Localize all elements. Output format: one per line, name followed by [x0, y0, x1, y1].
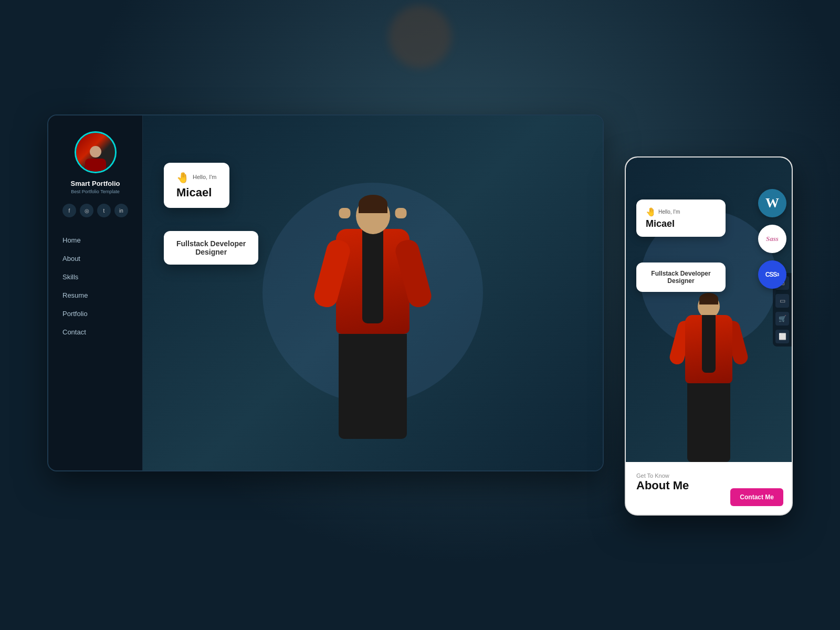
person-body	[310, 197, 436, 470]
sidebar: Smart Portfolio Best Portfolio Template …	[48, 116, 143, 470]
mobile-wave-icon: 🤚	[646, 207, 656, 217]
person-torso	[336, 229, 410, 334]
hello-greeting: Hello, I'm	[193, 174, 217, 180]
brand-tagline: Best Portfolio Template	[71, 189, 119, 194]
arm-right	[393, 237, 434, 309]
css3-icon: CSS 3	[758, 260, 786, 289]
hand-left	[339, 208, 351, 218]
social-instagram[interactable]: ◎	[80, 204, 93, 217]
avatar-head	[90, 146, 101, 158]
role-card: Fullstack Developer Designer	[164, 231, 258, 265]
cart-icon[interactable]: 🛒	[775, 312, 789, 326]
mobile-mockup: 🤚 Hello, I'm Micael Fullstack Developer …	[625, 156, 793, 516]
main-wrapper: Smart Portfolio Best Portfolio Template …	[47, 114, 793, 516]
monitor-icon[interactable]: ⬜	[775, 330, 789, 343]
mobile-bottom-section: Get To Know About Me Contact Me	[626, 462, 792, 514]
contact-me-button[interactable]: Contact Me	[730, 488, 783, 506]
nav-contact[interactable]: Contact	[56, 324, 134, 340]
sass-icon: Sass	[758, 225, 786, 253]
mobile-role: Fullstack Developer Designer	[646, 270, 716, 285]
mobile-hello-card: 🤚 Hello, I'm Micael	[636, 200, 726, 237]
nav-about[interactable]: About	[56, 250, 134, 267]
nav-home[interactable]: Home	[56, 232, 134, 248]
social-facebook[interactable]: f	[62, 204, 76, 217]
avatar-body	[85, 159, 106, 172]
avatar-person	[85, 146, 106, 172]
social-links: f ◎ t in	[62, 204, 128, 217]
navigation: Home About Skills Resume Portfolio Conta…	[56, 232, 134, 340]
person-pants	[339, 334, 407, 439]
mobile-role-card: Fullstack Developer Designer	[636, 262, 726, 292]
wordpress-icon: W	[758, 189, 786, 217]
tablet-view-icon[interactable]: ▭	[775, 294, 789, 308]
get-to-know-label: Get To Know	[636, 472, 781, 479]
desktop-content: 🤚 Hello, I'm Micael Fullstack Developer …	[143, 116, 603, 470]
mobile-name: Micael	[646, 218, 716, 229]
nav-resume[interactable]: Resume	[56, 287, 134, 303]
brand-name: Smart Portfolio	[71, 180, 120, 187]
tech-icons-group: W Sass CSS 3	[758, 189, 786, 289]
social-linkedin[interactable]: in	[114, 204, 128, 217]
hero-name: Micael	[176, 186, 217, 200]
desktop-mockup: Smart Portfolio Best Portfolio Template …	[47, 114, 604, 471]
role-text: Fullstack Developer Designer	[176, 239, 246, 256]
mobile-greeting: Hello, I'm	[658, 209, 680, 215]
mobile-top-section: 🤚 Hello, I'm Micael Fullstack Developer …	[626, 158, 792, 462]
person-torso-wrapper	[336, 229, 410, 334]
nav-portfolio[interactable]: Portfolio	[56, 306, 134, 322]
hello-card: 🤚 Hello, I'm Micael	[164, 163, 229, 208]
hand-right	[395, 208, 407, 218]
bg-head	[388, 5, 452, 68]
nav-skills[interactable]: Skills	[56, 269, 134, 285]
avatar-image	[76, 133, 115, 172]
avatar	[75, 131, 117, 173]
wave-icon: 🤚	[176, 171, 190, 184]
social-twitter[interactable]: t	[97, 204, 111, 217]
arm-left	[312, 237, 352, 309]
desktop-person-figure	[299, 176, 446, 470]
